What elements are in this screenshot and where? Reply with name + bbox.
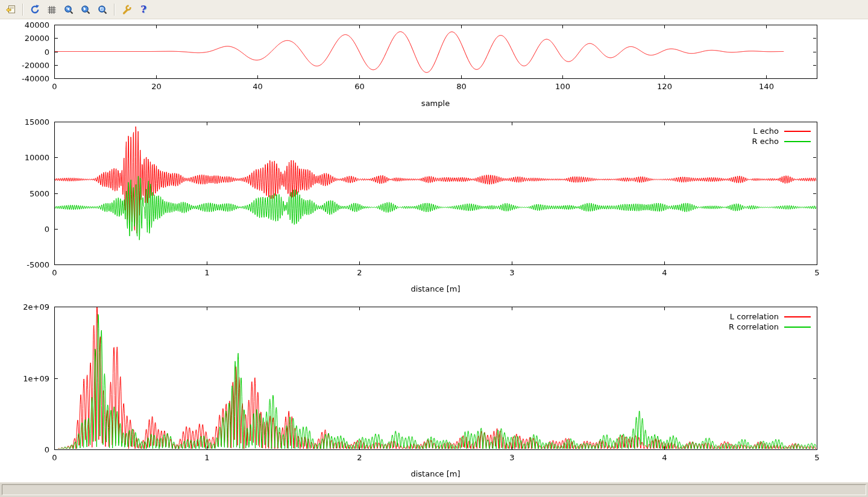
copy-to-clipboard-button[interactable] <box>3 2 19 17</box>
zoom-next-button[interactable] <box>78 2 93 17</box>
help-button[interactable]: ? <box>136 2 151 17</box>
plot-area: sample distance [m] distance [m] L echo … <box>0 19 868 482</box>
legend-label: R echo <box>752 137 779 146</box>
legend-line-swatch <box>784 131 811 132</box>
help-icon: ? <box>140 4 146 14</box>
legend-item-r-echo: R echo <box>752 136 811 146</box>
configure-button[interactable] <box>119 2 134 17</box>
toggle-grid-button[interactable] <box>44 2 60 17</box>
gnuplot-window: ? sample distance [m] distance [m] L ech… <box>0 0 868 497</box>
status-bar <box>0 482 868 497</box>
legend-line-swatch <box>784 327 811 328</box>
zoom-previous-button[interactable] <box>61 2 77 17</box>
grid-icon <box>46 4 57 15</box>
toolbar-separator <box>22 4 24 16</box>
zoom-previous-icon <box>63 4 74 15</box>
legend-item-l-correlation: L correlation <box>729 311 811 322</box>
toolbar-separator <box>114 4 115 16</box>
legend-label: L echo <box>753 127 779 136</box>
refresh-icon <box>30 4 40 15</box>
toolbar: ? <box>0 0 868 19</box>
autoscale-button[interactable] <box>95 2 110 17</box>
status-message <box>2 484 866 495</box>
correlation-legend: L correlation R correlation <box>729 311 811 332</box>
echo-legend: L echo R echo <box>752 126 811 146</box>
export-image-icon <box>5 4 16 15</box>
zoom-reset-icon <box>97 4 108 15</box>
zoom-next-icon <box>80 4 91 15</box>
legend-line-swatch <box>784 141 811 142</box>
legend-label: L correlation <box>730 312 779 321</box>
legend-item-r-correlation: R correlation <box>729 322 811 332</box>
legend-item-l-echo: L echo <box>752 126 811 136</box>
legend-label: R correlation <box>729 322 779 331</box>
legend-line-swatch <box>784 316 811 317</box>
wrench-icon <box>121 4 132 15</box>
x-axis-label-distance-echo: distance [m] <box>54 284 817 293</box>
replot-button[interactable] <box>27 2 43 17</box>
echo-chart[interactable] <box>0 116 868 299</box>
x-axis-label-distance-correlation: distance [m] <box>54 469 817 478</box>
x-axis-label-sample: sample <box>54 99 817 108</box>
